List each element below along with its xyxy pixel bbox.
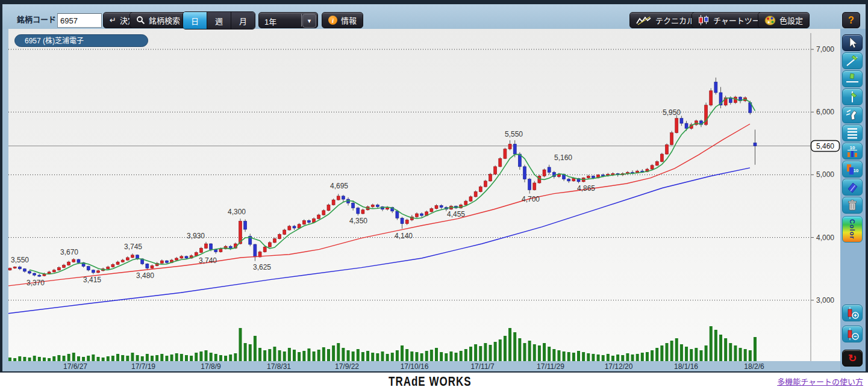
help-button[interactable]: ?	[842, 12, 860, 28]
left-margin-strip	[2, 29, 8, 361]
price-by-volume-icon: 10	[845, 144, 860, 158]
technical-button[interactable]: テクニカル	[629, 12, 701, 28]
period-badge: 10	[854, 168, 858, 173]
parallel-lines-button[interactable]	[842, 125, 863, 141]
vertical-line-icon	[845, 90, 860, 104]
footer: TRAdE WORKS 多機能チャートの使い方	[0, 373, 868, 390]
trash-icon	[845, 199, 860, 212]
candle-zoom-in-icon	[845, 306, 860, 320]
palette-icon	[764, 15, 776, 25]
bar-period-button[interactable]: 10	[842, 161, 863, 178]
info-button[interactable]: i 情報	[322, 12, 363, 28]
trend-line-icon	[845, 54, 860, 67]
trade-works-logo: TRAdE WORKS	[389, 374, 472, 389]
eraser-icon	[845, 181, 860, 194]
candle-zoom-out-button[interactable]	[842, 326, 863, 342]
window-frame-left	[0, 0, 2, 372]
dropdown-divider	[301, 14, 302, 26]
color-button[interactable]: Color	[842, 216, 863, 243]
vertical-line-button[interactable]	[842, 88, 863, 105]
enter-icon: ↵	[110, 16, 116, 25]
delete-all-button[interactable]	[842, 197, 863, 214]
parallel-lines-icon	[845, 126, 860, 140]
select-cursor-button[interactable]	[842, 34, 863, 51]
chevron-down-icon[interactable]: ▼	[302, 14, 316, 28]
cursor-icon	[845, 36, 860, 49]
stock-code-label: 銘柄コード	[17, 12, 56, 28]
reload-button[interactable]: ↻	[842, 350, 863, 367]
window-frame-right	[866, 0, 868, 372]
chart-canvas[interactable]	[8, 29, 811, 361]
stock-search-button[interactable]: 銘柄検索	[130, 12, 187, 28]
tab-weekly[interactable]: 週	[207, 12, 231, 29]
reload-icon: ↻	[848, 352, 857, 365]
window-frame-top	[0, 0, 868, 4]
price-by-volume-button[interactable]: 10	[842, 143, 863, 159]
toolbar: 銘柄コード ↵決定 銘柄検索 日 週 月 1年 ▼ i 情報	[2, 4, 866, 29]
interval-tabs: 日 週 月	[183, 11, 255, 29]
range-dropdown[interactable]: 1年 ▼	[258, 12, 318, 28]
candle-zoom-out-icon	[845, 327, 860, 341]
freehand-hand-icon	[845, 108, 860, 122]
technical-zigzag-icon	[636, 16, 652, 25]
tab-daily[interactable]: 日	[183, 12, 207, 29]
eraser-button[interactable]	[842, 179, 863, 196]
color-button-label: Color	[849, 219, 856, 240]
bar-period-icon: 10	[845, 162, 860, 176]
horizontal-line-button[interactable]	[842, 70, 863, 87]
trend-line-button[interactable]	[842, 52, 863, 69]
trade-works-app: { "toolbar": { "code_label": "銘柄コード", "c…	[0, 0, 868, 390]
tab-monthly[interactable]: 月	[231, 12, 255, 29]
candlestick-icon	[698, 15, 710, 25]
drawing-tools-sidebar: 10 10	[840, 29, 866, 371]
horizontal-line-icon	[845, 72, 860, 85]
freehand-draw-button[interactable]	[842, 107, 863, 123]
info-icon: i	[328, 16, 337, 25]
stock-name-badge: 6957 (株)芝浦電子	[14, 34, 148, 47]
search-icon	[136, 16, 145, 25]
range-value: 1年	[264, 16, 276, 27]
date-axis-strip	[0, 361, 868, 373]
color-settings-button[interactable]: 色設定	[758, 12, 810, 28]
pbv-badge: 10	[850, 145, 855, 150]
chart-help-link[interactable]: 多機能チャートの使い方	[777, 376, 863, 387]
stock-code-input[interactable]	[57, 13, 102, 28]
candle-zoom-in-button[interactable]	[842, 305, 863, 321]
